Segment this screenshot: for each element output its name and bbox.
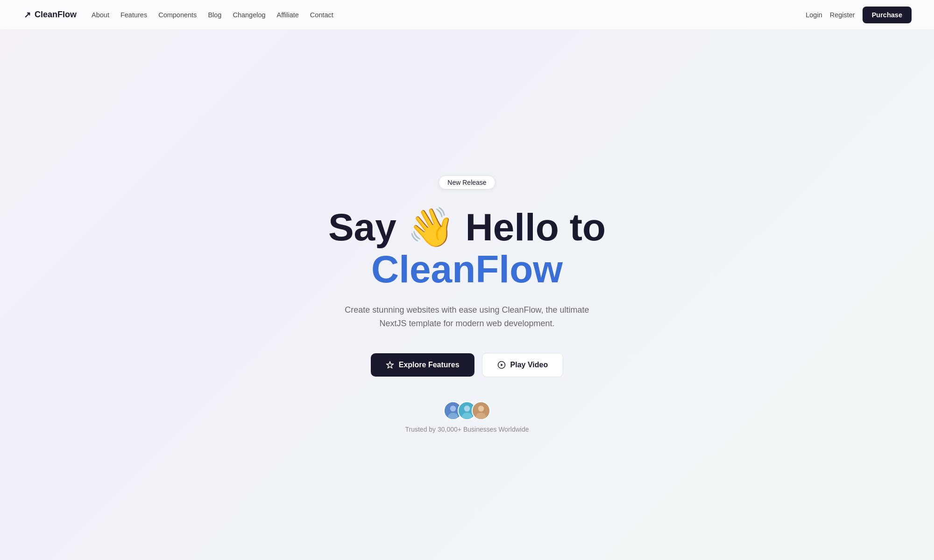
- nav-item-about[interactable]: About: [92, 11, 109, 19]
- svg-point-3: [450, 406, 456, 412]
- navbar: ↗ CleanFlow About Features Components Bl…: [0, 0, 934, 30]
- avatars-group: [444, 401, 490, 420]
- svg-point-10: [476, 413, 486, 420]
- trust-section: Trusted by 30,000+ Businesses Worldwide: [405, 401, 529, 433]
- explore-button-label: Explore Features: [399, 361, 460, 369]
- svg-point-6: [464, 406, 470, 412]
- badge-text: New Release: [447, 179, 486, 186]
- login-link[interactable]: Login: [806, 11, 822, 19]
- nav-item-changelog[interactable]: Changelog: [233, 11, 265, 19]
- headline-brand: CleanFlow: [371, 248, 563, 290]
- svg-point-4: [448, 413, 458, 420]
- register-link[interactable]: Register: [830, 11, 855, 19]
- waving-hand-emoji: 👋: [407, 206, 455, 248]
- logo-icon: ↗: [22, 10, 32, 20]
- hero-buttons: Explore Features Play Video: [371, 353, 563, 377]
- nav-left: ↗ CleanFlow About Features Components Bl…: [22, 10, 333, 20]
- hero-headline: Say 👋 Hello to CleanFlow: [328, 206, 606, 290]
- svg-point-7: [462, 413, 472, 420]
- sparkle-icon: [386, 361, 394, 369]
- nav-links: About Features Components Blog Changelog…: [92, 11, 333, 19]
- new-release-badge: New Release: [439, 175, 495, 189]
- play-button-label: Play Video: [510, 361, 548, 369]
- nav-item-affiliate[interactable]: Affiliate: [277, 11, 299, 19]
- trust-text: Trusted by 30,000+ Businesses Worldwide: [405, 426, 529, 433]
- nav-right: Login Register Purchase: [806, 7, 912, 23]
- headline-pre: Say: [328, 206, 396, 248]
- nav-item-components[interactable]: Components: [158, 11, 197, 19]
- play-icon: [497, 361, 506, 369]
- nav-item-contact[interactable]: Contact: [310, 11, 333, 19]
- nav-item-features[interactable]: Features: [120, 11, 147, 19]
- play-video-button[interactable]: Play Video: [482, 353, 564, 377]
- explore-features-button[interactable]: Explore Features: [371, 353, 474, 377]
- avatar-3: [472, 401, 490, 420]
- svg-point-9: [478, 406, 484, 412]
- nav-item-blog[interactable]: Blog: [208, 11, 221, 19]
- svg-marker-1: [501, 364, 503, 366]
- hero-subtitle: Create stunning websites with ease using…: [341, 303, 593, 330]
- hero-section: New Release Say 👋 Hello to CleanFlow Cre…: [0, 30, 934, 560]
- purchase-button[interactable]: Purchase: [863, 7, 912, 23]
- logo[interactable]: ↗ CleanFlow: [22, 10, 77, 20]
- logo-text: CleanFlow: [35, 10, 77, 20]
- headline-mid: Hello to: [465, 206, 606, 248]
